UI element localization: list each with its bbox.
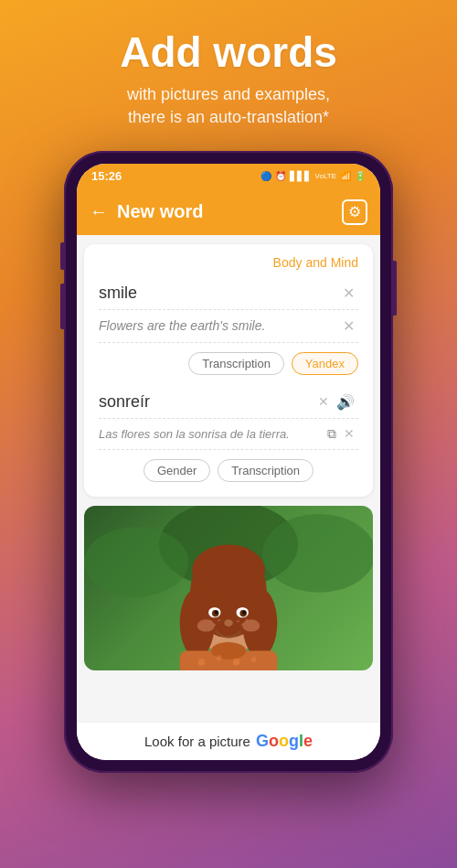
- svg-point-19: [209, 620, 212, 623]
- volte-icon: VoLTE: [315, 172, 336, 180]
- clear-translation-example-button[interactable]: ✕: [340, 424, 358, 443]
- svg-point-14: [215, 611, 218, 615]
- yandex-chip[interactable]: Yandex: [292, 352, 358, 375]
- svg-point-17: [197, 619, 215, 631]
- hero-subtitle: with pictures and examples,there is an a…: [120, 83, 337, 129]
- svg-point-15: [242, 611, 246, 615]
- word-input[interactable]: smile: [99, 284, 339, 303]
- svg-point-20: [213, 624, 216, 627]
- svg-point-23: [241, 624, 244, 627]
- svg-point-16: [224, 619, 233, 627]
- google-letter-e: e: [303, 732, 313, 750]
- speaker-button[interactable]: 🔊: [333, 391, 358, 413]
- phone-button-volume-up: [60, 242, 64, 270]
- transcription-chip[interactable]: Transcription: [188, 352, 284, 375]
- translation-transcription-chip[interactable]: Transcription: [218, 459, 314, 482]
- app-header: ← New word ⚙: [77, 189, 380, 235]
- person-image-container: [84, 506, 373, 670]
- battery-icon: 🔋: [355, 171, 366, 181]
- translation-word-input[interactable]: sonreír: [99, 392, 314, 412]
- copy-example-button[interactable]: ⧉: [324, 424, 340, 444]
- google-letter-o2: o: [279, 732, 289, 750]
- translation-chips-row: Gender Transcription: [99, 450, 358, 486]
- google-letter-g2: g: [289, 732, 299, 750]
- svg-point-2: [262, 514, 373, 593]
- phone-button-power: [393, 261, 397, 316]
- svg-point-28: [217, 655, 222, 660]
- svg-point-1: [84, 527, 188, 596]
- clear-example-button[interactable]: ✕: [339, 316, 358, 337]
- svg-point-21: [218, 619, 220, 622]
- svg-point-24: [246, 619, 249, 622]
- phone-button-volume-down: [60, 284, 64, 329]
- status-icons: 🔵 ⏰ ▋▋▋ VoLTE 📶 🔋: [260, 171, 366, 181]
- gear-icon: ⚙: [348, 203, 361, 220]
- page-title: New word: [117, 201, 333, 222]
- example-text[interactable]: Flowers are the earth's smile.: [99, 318, 339, 333]
- status-bar: 15:26 🔵 ⏰ ▋▋▋ VoLTE 📶 🔋: [77, 164, 380, 189]
- person-illustration: [84, 506, 373, 670]
- category-label[interactable]: Body and Mind: [99, 255, 358, 270]
- translation-word-row: sonreír ✕ 🔊: [99, 386, 358, 419]
- svg-point-26: [211, 642, 246, 659]
- bluetooth-icon: 🔵: [260, 171, 271, 181]
- signal-icon: ▋▋▋: [290, 171, 312, 181]
- wifi-icon: 📶: [340, 171, 351, 181]
- example-row: Flowers are the earth's smile. ✕: [99, 310, 358, 343]
- back-button[interactable]: ←: [90, 201, 108, 222]
- svg-point-9: [192, 544, 265, 596]
- clear-translation-button[interactable]: ✕: [314, 392, 333, 411]
- translation-example-row: Las flores son la sonrisa de la tierra. …: [99, 419, 358, 450]
- phone-wrapper: 15:26 🔵 ⏰ ▋▋▋ VoLTE 📶 🔋 ← New word ⚙ Bod…: [64, 151, 393, 773]
- content-area: Body and Mind smile ✕ Flowers are the ea…: [77, 235, 380, 722]
- look-for-text: Look for a picture: [144, 734, 250, 749]
- alarm-icon: ⏰: [275, 171, 286, 181]
- google-letter-g: G: [256, 732, 269, 750]
- hero-section: Add words with pictures and examples,the…: [101, 0, 356, 144]
- google-letter-o1: o: [269, 732, 279, 750]
- hero-title: Add words: [120, 29, 337, 76]
- google-logo[interactable]: Google: [256, 732, 313, 751]
- word-row: smile ✕: [99, 277, 358, 310]
- word-card: Body and Mind smile ✕ Flowers are the ea…: [84, 244, 373, 497]
- svg-point-18: [242, 619, 260, 631]
- phone-screen: 15:26 🔵 ⏰ ▋▋▋ VoLTE 📶 🔋 ← New word ⚙ Bod…: [77, 164, 380, 760]
- translation-example-text[interactable]: Las flores son la sonrisa de la tierra.: [99, 427, 324, 441]
- svg-point-29: [233, 659, 240, 666]
- status-time: 15:26: [91, 169, 122, 183]
- bottom-bar: Look for a picture Google: [77, 722, 380, 760]
- translation-section: sonreír ✕ 🔊 Las flores son la sonrisa de…: [99, 386, 358, 486]
- gender-chip[interactable]: Gender: [143, 459, 210, 482]
- clear-word-button[interactable]: ✕: [339, 283, 358, 304]
- svg-point-30: [251, 657, 257, 662]
- image-area: [84, 506, 373, 670]
- svg-point-22: [237, 620, 239, 623]
- svg-point-27: [198, 659, 206, 666]
- source-chips-row: Transcription Yandex: [99, 343, 358, 379]
- settings-button[interactable]: ⚙: [342, 199, 367, 225]
